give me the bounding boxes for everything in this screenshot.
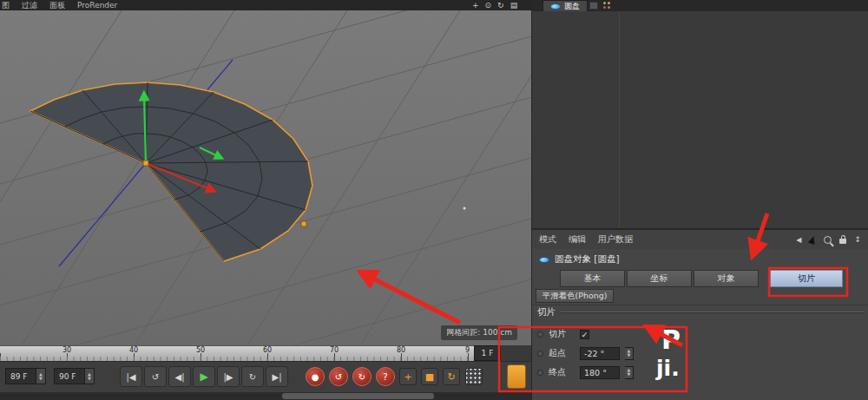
end-label: 终点 <box>549 366 575 378</box>
tab-object[interactable]: 对象 <box>694 270 759 287</box>
slice-end-row: 终点 180 ° ▲▼ <box>537 364 634 380</box>
slice-label: 切片 <box>549 328 575 340</box>
goto-start-button[interactable]: |◀ <box>120 366 142 387</box>
zoom-icon[interactable]: ⊙ <box>485 0 492 10</box>
goto-end-button[interactable]: ▶| <box>266 366 288 387</box>
viewport-menu-filter[interactable]: 过滤 <box>22 0 37 10</box>
history-back-icon[interactable]: ◀ <box>796 236 801 244</box>
end-frame-stepper[interactable]: ▲▼ <box>85 368 95 384</box>
pan-icon[interactable]: + <box>472 0 479 10</box>
visibility-dots-icon[interactable] <box>603 2 611 10</box>
play-button[interactable]: ▶ <box>193 366 215 387</box>
attribute-toolbar-icons: ◀ ↕ <box>796 230 861 249</box>
ruler-tick-label: 70 <box>330 346 339 354</box>
loop-button[interactable]: ↻ <box>241 366 264 387</box>
keyframe-selection-icon[interactable] <box>465 368 483 385</box>
menu-mode[interactable]: 模式 <box>539 233 556 246</box>
tab-basic[interactable]: 基本 <box>560 270 625 287</box>
attribute-title-row: 圆盘对象 [圆盘] <box>532 251 868 268</box>
current-frame-field[interactable]: 1 F <box>474 345 501 361</box>
center-vertex <box>143 161 148 166</box>
ruler-ticks <box>0 353 474 361</box>
viewport-3d[interactable]: 网格间距: 100 cm <box>0 10 531 345</box>
timeline-orange-icon[interactable] <box>507 364 526 389</box>
layer-icon[interactable] <box>589 2 598 10</box>
animation-toolbar: 89 F ▲▼ 90 F ▲▼ |◀ ↺ ◀| ▶ |▶ ↻ ▶| ● ↺ ↻ … <box>0 361 531 392</box>
ruler-tick-label: 40 <box>129 346 138 354</box>
record-options-button[interactable]: ? <box>376 367 395 386</box>
watermark-text: P <box>661 325 681 355</box>
slice-start-row: 起点 -22 ° ▲▼ <box>537 345 634 361</box>
viewport-nav-icons: + ⊙ ↻ ▤ <box>472 0 517 10</box>
attribute-title: 圆盘对象 [圆盘] <box>555 253 620 266</box>
timeline-scrollbar-handle[interactable] <box>282 393 434 399</box>
sort-icon[interactable]: ↕ <box>854 235 861 244</box>
viewport-menu-panel[interactable]: 面板 <box>49 0 65 10</box>
end-frame-widget: 90 F ▲▼ <box>54 368 95 384</box>
ruler-tick-label: 80 <box>397 346 405 354</box>
slice-checkbox[interactable]: ✓ <box>580 330 589 339</box>
tab-coord[interactable]: 坐标 <box>627 270 692 287</box>
next-frame-button[interactable]: |▶ <box>217 366 240 387</box>
ruler-tick-label: 9 <box>465 346 470 354</box>
viewport-canvas <box>0 10 531 345</box>
start-angle-stepper[interactable]: ▲▼ <box>625 347 634 360</box>
keyframe-dot-icon[interactable] <box>537 370 543 376</box>
keyframe-dot-icon[interactable] <box>537 331 543 338</box>
right-panel: 圆盘 模式 编辑 用户数据 ◀ ↕ <box>531 0 868 400</box>
ruler-tick-label: 50 <box>196 346 205 354</box>
start-frame-field[interactable]: 89 F <box>5 368 36 384</box>
object-manager-header: 圆盘 <box>532 0 868 11</box>
cursor-icon[interactable] <box>808 234 817 244</box>
keyframe-mode-button[interactable]: ↻ <box>352 367 372 386</box>
end-angle-stepper[interactable]: ▲▼ <box>625 366 634 379</box>
lock-icon[interactable] <box>839 239 846 244</box>
object-manager-body[interactable] <box>532 11 868 228</box>
viewport-menubar: 图 过滤 面板 ProRender <box>0 0 531 10</box>
viewport-menu-prorender[interactable]: ProRender <box>77 0 117 10</box>
attribute-manager: 模式 编辑 用户数据 ◀ ↕ 圆盘对象 [圆盘] 基本 坐标 对象 切片 平滑着 <box>532 228 868 400</box>
ruler-tick-label: 60 <box>263 346 272 354</box>
previous-frame-button[interactable]: ◀| <box>168 366 191 387</box>
search-icon[interactable] <box>824 236 832 244</box>
disc-object-icon <box>539 257 549 263</box>
start-frame-stepper[interactable]: ▲▼ <box>36 368 46 384</box>
edge-vertex <box>301 221 306 226</box>
slice-section-header: 切片 <box>532 305 868 318</box>
rotate-icon[interactable]: ↻ <box>497 0 504 10</box>
attribute-tabs: 基本 坐标 对象 切片 平滑着色(Phong) <box>532 268 868 305</box>
grid-spacing-label: 网格间距: 100 cm <box>441 325 517 340</box>
object-item-disc[interactable]: 圆盘 <box>542 0 588 11</box>
object-manager-divider <box>619 11 620 228</box>
watermark-text: ji. <box>656 356 680 381</box>
tab-slice[interactable]: 切片 <box>770 270 843 287</box>
end-angle-field[interactable]: 180 ° <box>580 366 620 379</box>
viewport-menu-item[interactable]: 图 <box>2 0 10 10</box>
start-label: 起点 <box>549 347 575 359</box>
record-keyframe-button[interactable]: ● <box>306 367 325 386</box>
record-position-toggle[interactable]: + <box>399 368 417 385</box>
play-backward-button[interactable]: ↺ <box>144 366 167 387</box>
ruler-filler <box>501 345 531 361</box>
start-angle-field[interactable]: -22 ° <box>580 347 620 360</box>
keyframe-dot-icon[interactable] <box>537 351 543 357</box>
start-frame-widget: 89 F ▲▼ <box>5 368 46 384</box>
autokey-button[interactable]: ↺ <box>329 367 348 386</box>
tab-phong[interactable]: 平滑着色(Phong) <box>536 289 614 303</box>
maximize-view-icon[interactable]: ▤ <box>510 0 518 10</box>
app-window: 图 过滤 面板 ProRender + ⊙ ↻ ▤ <box>0 0 868 400</box>
slice-enable-row: 切片 ✓ <box>537 326 589 342</box>
menu-edit[interactable]: 编辑 <box>569 233 586 246</box>
end-frame-field[interactable]: 90 F <box>54 368 85 384</box>
menu-userdata[interactable]: 用户数据 <box>598 233 633 246</box>
record-scale-toggle[interactable]: ■ <box>421 368 438 385</box>
section-title: 切片 <box>537 306 556 318</box>
section-divider <box>561 311 865 313</box>
record-rotation-toggle[interactable]: ↻ <box>443 368 460 385</box>
timeline-scrollbar <box>0 392 531 400</box>
ruler-tick-label: 30 <box>62 346 71 354</box>
timeline-ruler[interactable]: 30 40 50 60 70 80 9 <box>0 345 474 361</box>
object-name: 圆盘 <box>564 1 580 11</box>
disc-object-icon <box>550 3 561 10</box>
